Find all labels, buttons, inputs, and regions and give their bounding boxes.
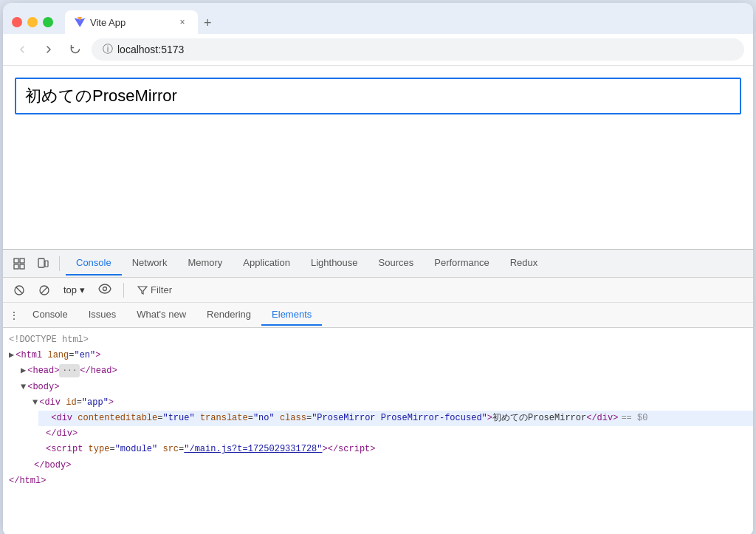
html-expand-arrow[interactable]: ▶ bbox=[9, 349, 14, 363]
svg-rect-3 bbox=[20, 264, 24, 269]
head-expand-arrow[interactable]: ▶ bbox=[21, 364, 26, 378]
tab-redux[interactable]: Redux bbox=[500, 251, 549, 275]
html-open-line[interactable]: ▶ <html lang="en" > bbox=[3, 348, 753, 363]
div-content-line[interactable]: ▶ <div contenteditable="true" translate=… bbox=[38, 411, 753, 426]
tab-performance[interactable]: Performance bbox=[424, 251, 499, 275]
div-app-open-line[interactable]: ▼ <div id="app" > bbox=[27, 395, 753, 411]
refresh-button[interactable] bbox=[65, 39, 86, 60]
subtab-whats-new[interactable]: What's new bbox=[126, 304, 196, 326]
tab-application[interactable]: Application bbox=[233, 251, 300, 275]
svg-rect-1 bbox=[20, 259, 24, 263]
browser-tab[interactable]: Vite App × bbox=[65, 10, 198, 34]
browser-window: Vite App × + ⓘ 初めてのProseMirror bbox=[3, 3, 753, 534]
svg-line-7 bbox=[16, 287, 22, 293]
title-bar: Vite App × + bbox=[3, 3, 753, 34]
subtab-issues[interactable]: Issues bbox=[78, 304, 127, 326]
svg-rect-5 bbox=[45, 261, 48, 267]
filter-label: Filter bbox=[151, 284, 172, 295]
tab-console[interactable]: Console bbox=[66, 251, 122, 275]
selected-indicator: == $0 bbox=[621, 411, 647, 425]
toolbar-separator bbox=[59, 256, 60, 271]
svg-point-10 bbox=[103, 287, 107, 290]
devtools-subtabs: ⋮ Console Issues What's new Rendering El… bbox=[3, 303, 753, 328]
body-open-line[interactable]: ▼ <body> bbox=[15, 380, 753, 395]
back-button[interactable] bbox=[12, 39, 32, 60]
svg-rect-2 bbox=[14, 264, 18, 269]
devtools-panel: Console Network Memory Application Light… bbox=[3, 249, 753, 534]
head-collapsed-content[interactable]: ··· bbox=[59, 364, 80, 377]
devtools-toolbar2: top ▾ Filter bbox=[3, 278, 753, 303]
new-tab-button[interactable]: + bbox=[198, 16, 218, 31]
tab-lighthouse[interactable]: Lighthouse bbox=[300, 251, 368, 275]
subtab-rendering[interactable]: Rendering bbox=[196, 304, 261, 326]
script-line[interactable]: <script type="module" src="/main.js?t=17… bbox=[27, 442, 753, 457]
devtools-toolbar: Console Network Memory Application Light… bbox=[3, 250, 753, 278]
svg-line-9 bbox=[41, 287, 48, 293]
subtab-elements[interactable]: Elements bbox=[261, 304, 322, 326]
tab-network[interactable]: Network bbox=[122, 251, 178, 275]
tab-close-button[interactable]: × bbox=[176, 16, 189, 29]
doctype-text: <!DOCTYPE html> bbox=[9, 333, 89, 347]
head-collapsed-line[interactable]: ▶ <head> ··· </head> bbox=[15, 363, 753, 379]
div-app-expand-arrow[interactable]: ▼ bbox=[32, 396, 38, 410]
tab-title: Vite App bbox=[90, 17, 171, 28]
div-app-close-line: </div> bbox=[27, 426, 753, 442]
html-doctype-line: <!DOCTYPE html> bbox=[3, 332, 753, 348]
clear-console-button[interactable] bbox=[9, 281, 30, 299]
toolbar2-separator bbox=[123, 283, 124, 298]
svg-rect-4 bbox=[38, 259, 44, 267]
filter-button[interactable]: Filter bbox=[131, 282, 178, 298]
window-controls bbox=[12, 17, 53, 27]
eye-button[interactable] bbox=[94, 281, 116, 299]
three-dots-menu[interactable]: ⋮ bbox=[6, 308, 22, 323]
prose-mirror-editor[interactable]: 初めてのProseMirror bbox=[15, 78, 741, 114]
minimize-window-button[interactable] bbox=[27, 17, 38, 27]
close-window-button[interactable] bbox=[12, 17, 22, 27]
devtools-tabs: Console Network Memory Application Light… bbox=[66, 251, 548, 275]
body-close-line: </body> bbox=[15, 458, 753, 473]
tab-memory[interactable]: Memory bbox=[177, 251, 233, 275]
info-icon: ⓘ bbox=[103, 43, 113, 56]
tab-bar: Vite App × + bbox=[65, 10, 744, 34]
subtab-console[interactable]: Console bbox=[22, 304, 78, 326]
address-bar[interactable]: ⓘ bbox=[92, 38, 744, 61]
tab-sources[interactable]: Sources bbox=[368, 251, 425, 275]
devtools-html-content: <!DOCTYPE html> ▶ <html lang="en" > ▶ <h… bbox=[3, 328, 753, 534]
page-content: 初めてのProseMirror bbox=[3, 66, 753, 249]
svg-rect-0 bbox=[14, 259, 18, 263]
html-close-line: </html> bbox=[3, 473, 753, 489]
top-context-label: top bbox=[63, 284, 77, 295]
nav-bar: ⓘ bbox=[3, 34, 753, 66]
tab-favicon bbox=[74, 16, 86, 28]
address-input[interactable] bbox=[117, 44, 733, 55]
body-expand-arrow[interactable]: ▼ bbox=[21, 380, 26, 394]
dropdown-arrow-icon: ▾ bbox=[80, 284, 85, 295]
forward-button[interactable] bbox=[38, 39, 59, 60]
no-symbol-button[interactable] bbox=[34, 281, 55, 299]
devtools-device-button[interactable] bbox=[32, 255, 53, 273]
devtools-inspect-button[interactable] bbox=[9, 255, 30, 273]
top-context-dropdown[interactable]: top ▾ bbox=[59, 283, 89, 297]
maximize-window-button[interactable] bbox=[43, 17, 53, 27]
